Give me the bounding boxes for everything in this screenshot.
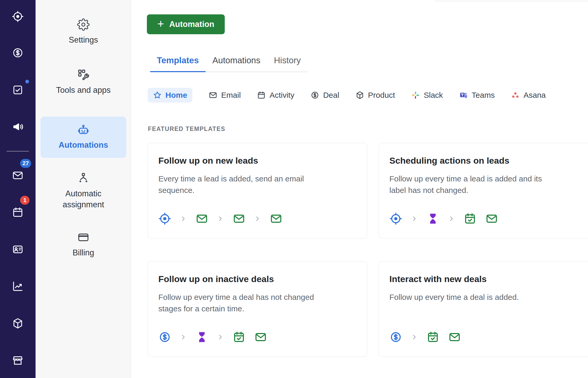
template-title: Interact with new deals [389,274,587,284]
settings-item-label: Automations [59,140,108,151]
wait-step-icon [426,212,439,225]
products-icon [12,317,24,329]
plus-icon: + [157,18,164,30]
template-title: Scheduling actions on leads [389,156,587,166]
settings-item-tools-and-apps[interactable]: Tools and apps [41,68,126,96]
slack-icon [411,91,420,100]
template-card-scheduling-actions-on-leads[interactable]: Scheduling actions on leadsFollow up eve… [379,143,588,238]
gear-icon [77,18,90,31]
mail-icon [12,169,24,181]
filter-teams[interactable]: Teams [459,91,495,100]
tools-icon [77,68,90,81]
sidebar-item-contacts[interactable] [12,243,24,255]
template-title: Follow up on new leads [158,156,356,166]
add-automation-button[interactable]: + Automation [147,14,225,34]
activity-icon [257,91,266,100]
sidebar-item-activities[interactable] [12,84,24,96]
featured-templates-heading: FEATURED TEMPLATES [148,125,225,133]
email-icon [209,91,217,100]
email-step-icon [233,212,245,225]
settings-item-billing[interactable]: Billing [41,231,126,258]
sidebar-item-insights[interactable] [12,280,24,292]
chevron-right-icon [217,215,224,222]
settings-item-label: Tools and apps [56,85,111,96]
sidebar-item-mail[interactable]: 27 [12,169,24,181]
settings-item-automations[interactable]: Automations [41,117,126,158]
template-description: Every time a lead is added, send an emai… [158,173,315,196]
notification-dot [25,80,29,83]
template-title: Follow up on inactive deals [158,274,356,284]
filter-label: Asana [523,91,546,100]
robot-icon [77,124,90,136]
tab-automations[interactable]: Automations [206,55,267,72]
email-step-icon [195,212,208,225]
filter-product[interactable]: Product [355,91,395,100]
deals-icon [12,47,24,59]
lead-trigger-icon [389,212,402,225]
chevron-right-icon [448,215,455,222]
template-card-interact-with-new-deals[interactable]: Interact with new dealsFollow up every t… [379,261,588,357]
template-card-grid: Follow up on new leadsEvery time a lead … [148,143,588,357]
sidebar-item-campaigns[interactable] [12,121,24,133]
chevron-right-icon [411,215,418,222]
calendar-icon [12,206,24,218]
chevron-right-icon [254,215,261,222]
chevron-right-icon [411,334,418,340]
filter-deal[interactable]: Deal [310,91,339,100]
notification-badge: 1 [20,196,30,205]
email-step-icon [485,212,498,225]
filter-label: Home [165,91,187,100]
tab-history[interactable]: History [267,55,308,72]
tab-label: Automations [212,55,260,65]
filter-activity[interactable]: Activity [257,91,294,100]
chevron-right-icon [217,334,224,340]
filter-label: Slack [424,91,443,100]
campaigns-icon [12,121,24,133]
settings-item-label: Automatic assignment [49,188,117,210]
tab-label: Templates [157,55,199,65]
sidebar-divider [7,151,29,152]
topbar-divider [435,1,588,1]
activity-step-icon [233,331,245,343]
main-content: + Automation TemplatesAutomationsHistory… [131,0,588,378]
email-step-icon [270,212,283,225]
star-icon [153,91,162,100]
filter-label: Activity [269,91,294,100]
filter-asana[interactable]: Asana [511,91,546,100]
settings-item-automatic-assignment[interactable]: Automatic assignment [41,172,126,210]
deal-icon [310,91,319,100]
filter-label: Deal [323,91,339,100]
activities-icon [12,84,24,96]
template-card-follow-up-on-new-leads[interactable]: Follow up on new leadsEvery time a lead … [148,143,367,238]
marketplace-icon [12,354,24,366]
template-flow [158,212,356,225]
settings-item-settings[interactable]: Settings [41,18,126,45]
insights-icon [12,280,24,292]
filter-email[interactable]: Email [209,91,241,100]
settings-item-label: Billing [73,247,94,258]
filter-home[interactable]: Home [148,88,192,102]
filter-slack[interactable]: Slack [411,91,443,100]
sidebar-item-calendar[interactable]: 1 [12,206,24,218]
deal-trigger-icon [389,331,402,343]
notification-badge: 27 [20,159,31,168]
deal-trigger-icon [158,331,171,343]
tab-templates[interactable]: Templates [150,55,206,72]
email-step-icon [254,331,267,343]
template-flow [389,212,587,225]
sidebar-item-deals[interactable] [12,47,24,59]
tab-label: History [274,55,301,65]
chevron-right-icon [180,334,187,340]
wait-step-icon [195,331,208,343]
activity-step-icon [426,331,439,343]
settings-item-label: Settings [69,35,98,45]
chevron-right-icon [180,215,187,222]
template-description: Follow up every time a deal has not chan… [158,291,315,314]
template-card-follow-up-on-inactive-deals[interactable]: Follow up on inactive dealsFollow up eve… [148,261,367,357]
sidebar-item-marketplace[interactable] [12,354,24,366]
sidebar-item-leads[interactable] [12,10,24,22]
template-flow [158,331,356,343]
filter-label: Email [221,91,241,100]
template-description: Follow up every time a deal is added. [389,291,546,303]
sidebar-item-products[interactable] [12,317,24,329]
